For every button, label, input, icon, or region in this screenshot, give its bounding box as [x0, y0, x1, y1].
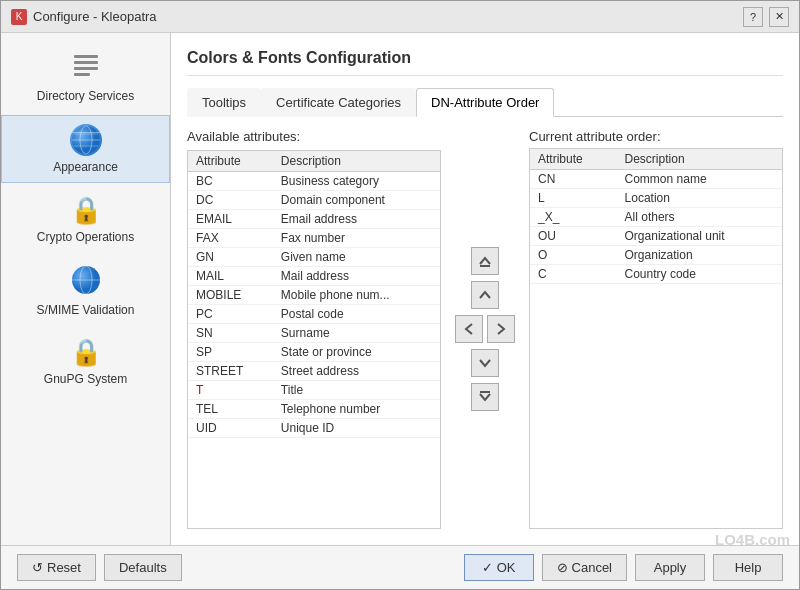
current-table-row[interactable]: O Organization [530, 246, 782, 265]
current-table-row[interactable]: _X_ All others [530, 208, 782, 227]
available-table: Attribute Description BC Business catego… [188, 151, 440, 438]
move-right-button[interactable] [487, 315, 515, 343]
current-col-desc: Description [617, 149, 782, 170]
reset-button[interactable]: ↺ Reset [17, 554, 96, 581]
current-attr-code: O [530, 246, 617, 265]
current-attr-code: CN [530, 170, 617, 189]
ok-check-icon: ✓ [482, 560, 493, 575]
sidebar-item-appearance[interactable]: Appearance [1, 115, 170, 183]
available-attr-code: FAX [188, 229, 273, 248]
sidebar-item-smime[interactable]: S/MIME Validation [1, 256, 170, 325]
current-attr-desc: Common name [617, 170, 782, 189]
close-button[interactable]: ✕ [769, 7, 789, 27]
app-icon: K [11, 9, 27, 25]
content-area: Directory Services [1, 33, 799, 545]
available-table-row[interactable]: TEL Telephone number [188, 400, 440, 419]
ok-label: OK [497, 560, 516, 575]
available-table-row[interactable]: SP State or province [188, 343, 440, 362]
available-table-row[interactable]: GN Given name [188, 248, 440, 267]
cancel-button[interactable]: ⊘ Cancel [542, 554, 627, 581]
globe-icon-smime [70, 264, 102, 299]
available-table-row[interactable]: FAX Fax number [188, 229, 440, 248]
available-attr-code: MAIL [188, 267, 273, 286]
sidebar-item-gnupg[interactable]: 🔒 GnuPG System [1, 329, 170, 394]
available-attr-code: BC [188, 172, 273, 191]
available-attr-code: SN [188, 324, 273, 343]
available-attr-desc: State or province [273, 343, 440, 362]
tab-tooltips[interactable]: Tooltips [187, 88, 261, 117]
available-attr-desc: Business category [273, 172, 440, 191]
cancel-label: Cancel [572, 560, 612, 575]
current-attr-code: _X_ [530, 208, 617, 227]
tab-dn-order[interactable]: DN-Attribute Order [416, 88, 554, 117]
current-attr-desc: Organization [617, 246, 782, 265]
available-attr-desc: Mail address [273, 267, 440, 286]
panel-title: Colors & Fonts Configuration [187, 49, 783, 76]
current-table-container[interactable]: Attribute Description CN Common name L L… [529, 148, 783, 529]
available-table-row[interactable]: EMAIL Email address [188, 210, 440, 229]
current-table-row[interactable]: L Location [530, 189, 782, 208]
available-table-row[interactable]: DC Domain component [188, 191, 440, 210]
available-table-row[interactable]: SN Surname [188, 324, 440, 343]
move-down-button[interactable] [471, 349, 499, 377]
move-up-button[interactable] [471, 281, 499, 309]
current-attr-code: C [530, 265, 617, 284]
current-attr-desc: Organizational unit [617, 227, 782, 246]
available-table-row[interactable]: BC Business category [188, 172, 440, 191]
appearance-globe-icon [70, 124, 102, 156]
available-table-container[interactable]: Attribute Description BC Business catego… [187, 150, 441, 529]
help-button-bottom[interactable]: Help [713, 554, 783, 581]
current-table-row[interactable]: CN Common name [530, 170, 782, 189]
svg-rect-1 [74, 61, 98, 64]
available-attr-desc: Email address [273, 210, 440, 229]
defaults-button[interactable]: Defaults [104, 554, 182, 581]
available-table-row[interactable]: MAIL Mail address [188, 267, 440, 286]
sidebar-item-directory-services[interactable]: Directory Services [1, 41, 170, 111]
tab-cert-categories[interactable]: Certificate Categories [261, 88, 416, 117]
current-attr-desc: Location [617, 189, 782, 208]
lock-icon-gnupg: 🔒 [70, 337, 102, 368]
ok-button[interactable]: ✓ OK [464, 554, 534, 581]
sidebar-label-smime: S/MIME Validation [37, 303, 135, 317]
available-attr-code: TEL [188, 400, 273, 419]
available-attr-desc: Title [273, 381, 440, 400]
bottom-bar: ↺ Reset Defaults ✓ OK ⊘ Cancel Apply Hel… [1, 545, 799, 589]
available-table-row[interactable]: PC Postal code [188, 305, 440, 324]
lr-arrows-group [455, 315, 515, 343]
available-table-row[interactable]: UID Unique ID [188, 419, 440, 438]
current-table-row[interactable]: OU Organizational unit [530, 227, 782, 246]
help-button[interactable]: ? [743, 7, 763, 27]
available-attr-code: MOBILE [188, 286, 273, 305]
sidebar-item-crypto-operations[interactable]: 🔒 Crypto Operations [1, 187, 170, 252]
available-attr-desc: Fax number [273, 229, 440, 248]
top-arrows-group [471, 247, 499, 309]
available-attr-code: T [188, 381, 273, 400]
available-attr-code: SP [188, 343, 273, 362]
tabs-container: Tooltips Certificate Categories DN-Attri… [187, 88, 783, 117]
current-table-row[interactable]: C Country code [530, 265, 782, 284]
svg-rect-2 [74, 67, 98, 70]
current-title: Current attribute order: [529, 129, 783, 144]
available-table-row[interactable]: STREET Street address [188, 362, 440, 381]
available-attr-code: DC [188, 191, 273, 210]
move-bottom-button[interactable] [471, 383, 499, 411]
svg-rect-0 [74, 55, 98, 58]
sidebar-label-appearance: Appearance [53, 160, 118, 174]
move-top-button[interactable] [471, 247, 499, 275]
move-left-button[interactable] [455, 315, 483, 343]
available-attr-code: GN [188, 248, 273, 267]
available-table-row[interactable]: MOBILE Mobile phone num... [188, 286, 440, 305]
available-attr-desc: Domain component [273, 191, 440, 210]
sidebar: Directory Services [1, 33, 171, 545]
svg-rect-3 [74, 73, 90, 76]
available-attr-code: STREET [188, 362, 273, 381]
main-panel: Colors & Fonts Configuration Tooltips Ce… [171, 33, 799, 545]
available-attr-desc: Street address [273, 362, 440, 381]
available-attr-desc: Surname [273, 324, 440, 343]
cancel-icon: ⊘ [557, 560, 568, 575]
available-table-row[interactable]: T Title [188, 381, 440, 400]
bottom-arrows-group [471, 349, 499, 411]
available-attr-desc: Unique ID [273, 419, 440, 438]
apply-button[interactable]: Apply [635, 554, 705, 581]
bottom-right-buttons: ✓ OK ⊘ Cancel Apply Help [464, 554, 783, 581]
